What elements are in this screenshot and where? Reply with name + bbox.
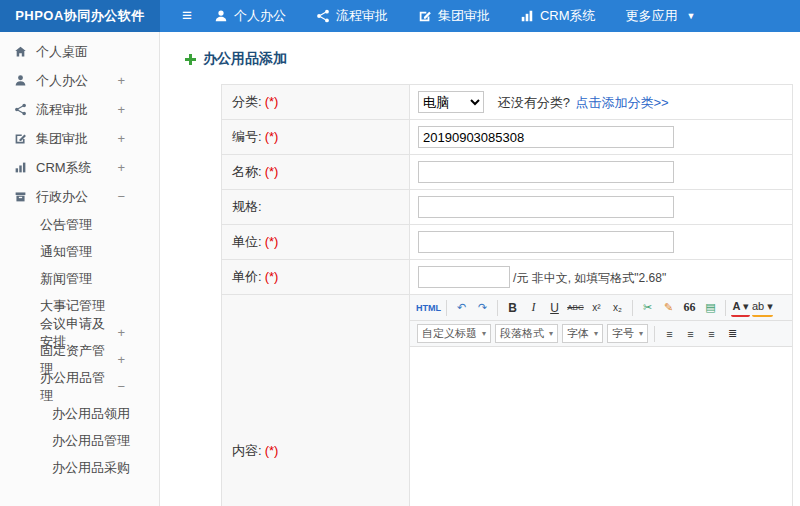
underline-button[interactable]: U xyxy=(545,298,564,317)
price-input[interactable] xyxy=(418,266,510,288)
category-hint: 还没有分类? xyxy=(498,95,570,110)
sidebar-item-supplies-requisition[interactable]: 办公用品领用 xyxy=(0,400,159,427)
source-code-button[interactable]: HTML xyxy=(416,298,441,317)
font-size-select[interactable]: 字号 ▾ xyxy=(607,324,648,343)
custom-heading-select[interactable]: 自定义标题 ▾ xyxy=(417,324,491,343)
required-mark: (*) xyxy=(265,94,279,109)
sidebar-item-admin-office[interactable]: 行政办公 − xyxy=(0,182,159,211)
unit-input[interactable] xyxy=(418,231,674,253)
rich-text-editor: HTML ↶ ↷ B I U ABC x² x₂ ✂ ✎ xyxy=(410,295,792,506)
undo-button[interactable]: ↶ xyxy=(452,298,471,317)
nav-workflow-approval[interactable]: 流程审批 xyxy=(316,7,388,25)
form-row-name: 名称:(*) xyxy=(222,155,793,190)
sidebar-item-label: 个人桌面 xyxy=(36,43,88,61)
expand-toggle[interactable]: + xyxy=(117,352,125,367)
sidebar-item-label: 办公用品采购 xyxy=(52,459,130,477)
nav-crm-system[interactable]: CRM系统 xyxy=(520,7,596,25)
user-icon xyxy=(214,9,228,23)
category-select[interactable]: 电脑 xyxy=(418,91,484,113)
select-value: 字体 xyxy=(567,326,589,341)
form-row-spec: 规格: xyxy=(222,190,793,225)
blockquote-button[interactable]: 66 xyxy=(680,298,699,317)
sidebar-item-workflow-approval[interactable]: 流程审批 + xyxy=(0,95,159,124)
sidebar-item-office-supplies-mgmt[interactable]: 办公用品管理 − xyxy=(0,373,159,400)
toolbar-separator xyxy=(725,300,726,316)
caret-down-icon: ▾ xyxy=(482,329,486,338)
sidebar-item-notice-mgmt[interactable]: 通知管理 xyxy=(0,238,159,265)
subscript-button[interactable]: x₂ xyxy=(608,298,627,317)
field-label: 单价: xyxy=(232,269,262,284)
paragraph-format-select[interactable]: 段落格式 ▾ xyxy=(495,324,558,343)
caret-down-icon: ▾ xyxy=(639,329,643,338)
sidebar-item-group-approval[interactable]: 集团审批 + xyxy=(0,124,159,153)
required-mark: (*) xyxy=(265,129,279,144)
cut-button[interactable]: ✂ xyxy=(638,298,657,317)
format-brush-button[interactable]: ✎ xyxy=(659,298,678,317)
sidebar-item-announcement-mgmt[interactable]: 公告管理 xyxy=(0,211,159,238)
sidebar-item-label: CRM系统 xyxy=(36,159,92,177)
insert-image-button[interactable]: ▤ xyxy=(701,298,720,317)
sidebar-item-personal-desktop[interactable]: 个人桌面 xyxy=(0,37,159,66)
select-value: 段落格式 xyxy=(500,326,544,341)
align-center-button[interactable]: ≡ xyxy=(681,324,700,343)
align-left-button[interactable]: ≡ xyxy=(660,324,679,343)
superscript-button[interactable]: x² xyxy=(587,298,606,317)
bold-button[interactable]: B xyxy=(503,298,522,317)
redo-button[interactable]: ↷ xyxy=(473,298,492,317)
form-row-price: 单价:(*) /元 非中文, 如填写格式"2.68" xyxy=(222,260,793,295)
field-label: 名称: xyxy=(232,164,262,179)
sidebar-item-label: 集团审批 xyxy=(36,130,88,148)
sidebar-item-label: 大事记管理 xyxy=(40,297,105,315)
spec-input[interactable] xyxy=(418,196,674,218)
align-right-button[interactable]: ≡ xyxy=(702,324,721,343)
form-row-category: 分类:(*) 电脑 还没有分类? 点击添加分类>> xyxy=(222,85,793,120)
code-input[interactable] xyxy=(418,126,674,148)
flow-icon xyxy=(316,9,330,23)
sidebar-item-label: 办公用品管理 xyxy=(52,432,130,450)
expand-toggle[interactable]: + xyxy=(117,131,125,146)
collapse-toggle[interactable]: − xyxy=(117,379,125,394)
editor-toolbar-row1: HTML ↶ ↷ B I U ABC x² x₂ ✂ ✎ xyxy=(410,295,792,321)
home-icon xyxy=(14,45,27,58)
font-family-select[interactable]: 字体 ▾ xyxy=(562,324,603,343)
name-input[interactable] xyxy=(418,161,674,183)
nav-personal-office[interactable]: 个人办公 xyxy=(214,7,286,25)
expand-toggle[interactable]: + xyxy=(117,102,125,117)
sidebar-item-label: 办公用品领用 xyxy=(52,405,130,423)
field-label: 单位: xyxy=(232,234,262,249)
sidebar-item-label: 个人办公 xyxy=(36,72,88,90)
sidebar-item-label: 公告管理 xyxy=(40,216,92,234)
editor-toolbar-row2: 自定义标题 ▾ 段落格式 ▾ 字体 ▾ 字号 ▾ xyxy=(410,321,792,347)
strikethrough-button[interactable]: ABC xyxy=(566,298,585,317)
justify-button[interactable]: ≣ xyxy=(723,324,742,343)
expand-toggle[interactable]: + xyxy=(117,160,125,175)
main-content: 办公用品添加 分类:(*) 电脑 还没有分类? 点击添加分类>> 编号:(*) xyxy=(161,32,800,506)
sidebar-item-label: 行政办公 xyxy=(36,188,88,206)
required-mark: (*) xyxy=(265,269,279,284)
italic-button[interactable]: I xyxy=(524,298,543,317)
sidebar-item-label: 办公用品管理 xyxy=(40,369,117,405)
sidebar-item-crm-system[interactable]: CRM系统 + xyxy=(0,153,159,182)
nav-group-approval[interactable]: 集团审批 xyxy=(418,7,490,25)
required-mark: (*) xyxy=(265,443,279,458)
select-value: 自定义标题 xyxy=(422,326,477,341)
field-label: 规格: xyxy=(232,199,262,214)
sidebar-item-personal-office[interactable]: 个人办公 + xyxy=(0,66,159,95)
collapse-toggle[interactable]: − xyxy=(117,189,125,204)
sidebar-item-news-mgmt[interactable]: 新闻管理 xyxy=(0,265,159,292)
editor-body[interactable] xyxy=(410,347,792,506)
add-category-link[interactable]: 点击添加分类>> xyxy=(575,95,668,110)
sidebar-item-supplies-manage[interactable]: 办公用品管理 xyxy=(0,427,159,454)
edit-square-icon xyxy=(418,9,432,23)
form-row-unit: 单位:(*) xyxy=(222,225,793,260)
expand-toggle[interactable]: + xyxy=(117,325,125,340)
highlight-color-button[interactable]: ab ▾ xyxy=(752,298,773,317)
expand-toggle[interactable]: + xyxy=(117,73,125,88)
sidebar: 个人桌面 个人办公 + 流程审批 + 集团审批 + CRM系统 + 行政办公 −… xyxy=(0,32,160,506)
menu-toggle-icon[interactable]: ≡ xyxy=(160,6,214,26)
sidebar-item-label: 新闻管理 xyxy=(40,270,92,288)
sidebar-item-supplies-purchase[interactable]: 办公用品采购 xyxy=(0,454,159,481)
nav-more-apps[interactable]: 更多应用 ▼ xyxy=(626,7,696,25)
font-color-button[interactable]: A ▾ xyxy=(731,298,750,317)
nav-label: 更多应用 xyxy=(626,7,678,25)
